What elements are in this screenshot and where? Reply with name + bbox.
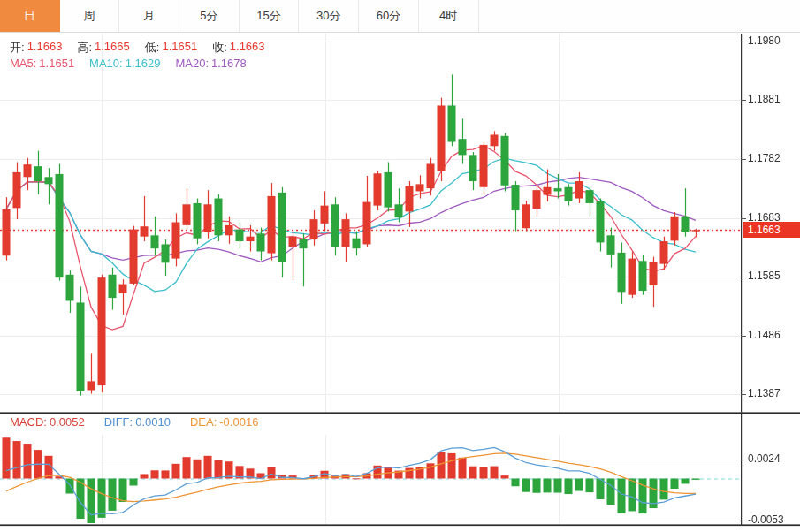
ma-header-item: MA20:1.1678 <box>175 57 246 70</box>
field-label: MA20: <box>175 57 209 70</box>
macd-header-item: MACD:0.0052 <box>10 415 85 429</box>
macd-header: MACD:0.0052DIFF:0.0010DEA:-0.0016 <box>10 415 258 429</box>
field-label: DIFF: <box>104 415 133 429</box>
field-label: MA5: <box>10 57 36 70</box>
macd-header-item: DEA:-0.0016 <box>190 415 258 429</box>
kline-chart-widget: 日周月5分15分30分60分4时 开:1.1663高:1.1665低:1.165… <box>0 0 800 532</box>
field-label: MA10: <box>89 57 123 70</box>
tab-15min[interactable]: 15分 <box>240 0 300 32</box>
ohlc-header: 开:1.1663高:1.1665低:1.1651收:1.1663 <box>10 40 265 56</box>
price-axis-label: 1.1486 <box>748 329 781 341</box>
field-value: 0.0052 <box>50 415 85 429</box>
field-value: 0.0010 <box>135 415 171 429</box>
tab-30min[interactable]: 30分 <box>299 0 359 32</box>
price-header-item: 开:1.1663 <box>10 40 62 56</box>
ma-header-item: MA5:1.1651 <box>10 57 74 70</box>
field-label: MACD: <box>10 415 47 429</box>
field-value: 1.1663 <box>230 40 265 56</box>
tab-60min[interactable]: 60分 <box>359 0 419 32</box>
price-header-item: 收:1.1663 <box>212 40 264 56</box>
last-price-tag: 1.1663 <box>743 222 800 238</box>
tab-5min[interactable]: 5分 <box>179 0 240 32</box>
field-value: 1.1678 <box>211 57 247 70</box>
macd-axis-label: 0.0024 <box>748 452 781 465</box>
field-value: -0.0016 <box>219 415 258 429</box>
field-label: 高: <box>77 40 92 56</box>
field-value: 1.1651 <box>39 57 74 70</box>
field-label: 收: <box>212 40 227 56</box>
tab-4hour[interactable]: 4时 <box>419 0 479 32</box>
period-tab-bar: 日周月5分15分30分60分4时 <box>0 0 800 33</box>
ma-header-item: MA10:1.1629 <box>89 57 160 70</box>
price-axis-label: 1.1980 <box>748 34 781 47</box>
price-header-item: 高:1.1665 <box>77 40 129 56</box>
field-value: 1.1651 <box>162 40 197 56</box>
price-axis-label: 1.1881 <box>748 93 781 105</box>
ma-header: MA5:1.1651MA10:1.1629MA20:1.1678 <box>10 57 247 70</box>
tab-week[interactable]: 周 <box>60 0 120 32</box>
field-label: 低: <box>145 40 160 56</box>
tab-day[interactable]: 日 <box>0 0 60 32</box>
candlestick-chart-canvas[interactable] <box>0 0 800 532</box>
field-value: 1.1629 <box>126 57 161 70</box>
field-value: 1.1663 <box>27 40 63 56</box>
field-label: 开: <box>10 40 25 56</box>
field-label: DEA: <box>190 415 217 429</box>
price-axis-label: 1.1387 <box>748 387 781 399</box>
price-axis-label: 1.1585 <box>748 270 781 282</box>
macd-axis-label: -0.0053 <box>748 513 784 526</box>
macd-header-item: DIFF:0.0010 <box>104 415 171 429</box>
last-price-value: 1.1663 <box>748 224 781 236</box>
price-header-item: 低:1.1651 <box>145 40 197 56</box>
field-value: 1.1665 <box>95 40 130 56</box>
price-axis-label: 1.1782 <box>748 152 781 164</box>
tab-month[interactable]: 月 <box>119 0 179 32</box>
